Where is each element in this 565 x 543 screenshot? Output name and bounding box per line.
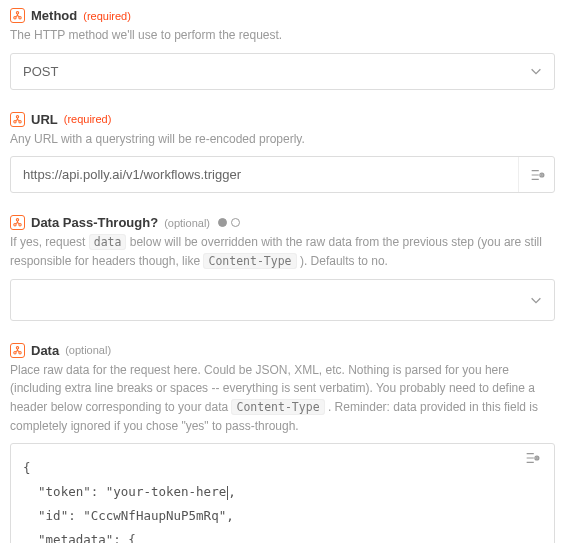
chevron-down-icon: [518, 280, 554, 320]
radio-on-icon: [218, 218, 227, 227]
data-editor[interactable]: { "token": "your-token-here, "id": "Cccw…: [10, 443, 555, 543]
data-help: Place raw data for the request here. Cou…: [10, 361, 555, 436]
svg-point-7: [16, 219, 18, 221]
method-field: Method (required) The HTTP method we'll …: [10, 8, 555, 90]
workflow-icon: [10, 8, 25, 23]
url-label: URL: [31, 112, 58, 127]
passthrough-help: If yes, request data below will be overr…: [10, 233, 555, 271]
passthrough-select[interactable]: [10, 279, 555, 321]
passthrough-field: Data Pass-Through? (optional) If yes, re…: [10, 215, 555, 321]
radio-off-icon: [231, 218, 240, 227]
code-line: "metadata": {: [23, 528, 514, 543]
data-label-row: Data (optional): [10, 343, 555, 358]
passthrough-label: Data Pass-Through?: [31, 215, 158, 230]
svg-point-10: [16, 346, 18, 348]
code-line: "token": "your-token-here,: [23, 480, 514, 504]
optional-tag: (optional): [164, 217, 210, 229]
required-tag: (required): [83, 10, 131, 22]
url-input[interactable]: [11, 157, 518, 192]
svg-point-0: [16, 12, 18, 14]
code-line: "id": "CccwNfHaupNuP5mRq",: [23, 504, 514, 528]
workflow-icon: [10, 343, 25, 358]
method-value: POST: [11, 54, 518, 89]
code-line: {: [23, 456, 514, 480]
passthrough-label-row: Data Pass-Through? (optional): [10, 215, 555, 230]
method-label: Method: [31, 8, 77, 23]
optional-tag: (optional): [65, 344, 111, 356]
data-field: Data (optional) Place raw data for the r…: [10, 343, 555, 543]
workflow-icon: [10, 112, 25, 127]
svg-point-3: [16, 115, 18, 117]
passthrough-value: [11, 280, 518, 320]
insert-data-icon[interactable]: [514, 450, 550, 466]
method-label-row: Method (required): [10, 8, 555, 23]
url-field: URL (required) Any URL with a querystrin…: [10, 112, 555, 194]
data-label: Data: [31, 343, 59, 358]
url-label-row: URL (required): [10, 112, 555, 127]
passthrough-radios[interactable]: [218, 218, 240, 227]
chevron-down-icon: [518, 54, 554, 89]
code-chip: data: [89, 234, 127, 250]
url-help: Any URL with a querystring will be re-en…: [10, 130, 555, 149]
code-chip: Content-Type: [203, 253, 296, 269]
method-select[interactable]: POST: [10, 53, 555, 90]
code-chip: Content-Type: [231, 399, 324, 415]
required-tag: (required): [64, 113, 112, 125]
workflow-icon: [10, 215, 25, 230]
method-help: The HTTP method we'll use to perform the…: [10, 26, 555, 45]
insert-data-icon[interactable]: [518, 157, 554, 192]
url-input-wrap: [10, 156, 555, 193]
